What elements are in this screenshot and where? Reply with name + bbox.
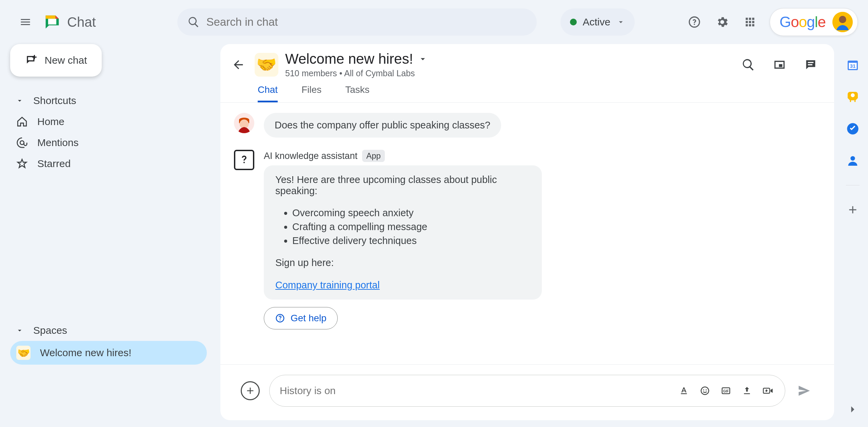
help-icon: [275, 313, 285, 323]
sidebar-item-mentions[interactable]: Mentions: [10, 132, 207, 153]
shortcuts-header[interactable]: Shortcuts: [10, 90, 207, 111]
attach-button[interactable]: [241, 381, 260, 400]
settings-button[interactable]: [714, 14, 730, 30]
sidebar-item-label: Starred: [37, 158, 71, 169]
menu-icon: [19, 16, 32, 28]
new-chat-icon: [25, 54, 38, 67]
apps-button[interactable]: [742, 14, 758, 30]
sidebar-item-home[interactable]: Home: [10, 111, 207, 132]
sidebar-item-starred[interactable]: Starred: [10, 153, 207, 174]
training-portal-link[interactable]: Company training portal: [275, 280, 380, 290]
user-avatar[interactable]: [832, 12, 853, 32]
svg-text:GIF: GIF: [723, 389, 729, 393]
rail-keep[interactable]: [845, 89, 860, 104]
tab-files[interactable]: Files: [301, 84, 321, 102]
format-button[interactable]: [677, 384, 691, 398]
search-input[interactable]: [206, 16, 527, 28]
chat-lines-icon: [804, 58, 817, 72]
status-dot-icon: [570, 19, 577, 25]
status-chip[interactable]: Active: [560, 8, 635, 36]
space-title: Welcome new hires!: [285, 51, 413, 67]
google-wordmark: Google: [780, 14, 826, 30]
send-button[interactable]: [795, 381, 814, 400]
sidebar-item-label: Home: [37, 116, 64, 127]
video-button[interactable]: [761, 384, 775, 398]
rail-calendar[interactable]: 31: [845, 58, 860, 73]
google-account-box[interactable]: Google: [770, 8, 858, 36]
space-tabs: Chat Files Tasks: [220, 78, 834, 103]
user-message-avatar: [234, 113, 254, 133]
app-name: Chat: [67, 15, 96, 30]
avatar-icon: [832, 12, 853, 32]
get-help-button[interactable]: Get help: [264, 307, 338, 329]
composer-input[interactable]: [280, 385, 670, 396]
svg-rect-0: [48, 19, 56, 24]
sidebar-item-label: Welcome new hires!: [40, 347, 132, 359]
search-icon: [742, 58, 755, 72]
main-menu-button[interactable]: [15, 12, 36, 32]
question-bubble-icon: [237, 152, 252, 167]
bot-intro-text: Yes! Here are three upcoming classes abo…: [275, 174, 530, 197]
chevron-down-icon: [616, 18, 625, 26]
new-chat-label: New chat: [44, 55, 87, 66]
back-button[interactable]: [229, 55, 248, 74]
svg-point-7: [701, 387, 709, 395]
sidebar-item-space[interactable]: 🤝 Welcome new hires!: [10, 341, 207, 365]
new-chat-button[interactable]: New chat: [10, 44, 102, 77]
tab-chat[interactable]: Chat: [258, 84, 278, 102]
space-subtitle: 510 members • All of Cymbal Labs: [285, 68, 428, 78]
main-panel: 🤝 Welcome new hires! 510 members • All o…: [220, 44, 834, 420]
search-bar[interactable]: [177, 8, 537, 36]
space-header: 🤝 Welcome new hires! 510 members • All o…: [220, 44, 834, 78]
gif-button[interactable]: GIF: [719, 384, 733, 398]
rail-add[interactable]: [845, 202, 860, 217]
keep-icon: [846, 90, 860, 104]
gear-icon: [715, 15, 729, 29]
svg-point-18: [850, 156, 855, 161]
arrow-left-icon: [232, 58, 245, 72]
svg-point-16: [851, 93, 855, 97]
shortcuts-label: Shortcuts: [33, 95, 76, 106]
bot-sender-name: AI knowledge assistant: [264, 151, 357, 161]
bot-signup-text: Sign up here:: [275, 257, 530, 268]
spaces-header[interactable]: Spaces: [10, 320, 207, 341]
pip-button[interactable]: [771, 57, 788, 73]
rail-collapse[interactable]: [845, 402, 860, 417]
upload-icon: [742, 386, 752, 396]
tab-tasks[interactable]: Tasks: [345, 84, 370, 102]
star-icon: [16, 158, 28, 169]
emoji-button[interactable]: [698, 384, 712, 398]
app-logo[interactable]: Chat: [42, 12, 96, 32]
chevron-right-icon: [847, 403, 859, 415]
gif-icon: GIF: [721, 386, 731, 396]
video-add-icon: [762, 386, 774, 396]
list-item: Overcoming speech anxiety: [292, 207, 530, 219]
bot-avatar: [234, 150, 254, 170]
main-content: 🤝 Welcome new hires! 510 members • All o…: [220, 44, 834, 420]
help-button[interactable]: [686, 14, 703, 30]
message-row-bot: AI knowledge assistant App Yes! Here are…: [234, 150, 821, 329]
space-header-actions: [740, 57, 819, 73]
send-icon: [797, 383, 812, 398]
help-icon: [688, 15, 701, 29]
person-icon: [846, 154, 860, 167]
status-label: Active: [583, 16, 611, 28]
space-title-button[interactable]: Welcome new hires!: [285, 51, 428, 67]
bot-message-bubble: Yes! Here are three upcoming classes abo…: [264, 165, 542, 300]
plus-icon: [847, 204, 859, 216]
bot-sender-line: AI knowledge assistant App: [264, 150, 542, 162]
rail-tasks[interactable]: [845, 121, 860, 136]
sidebar-item-label: Mentions: [37, 137, 79, 148]
message-row-user: Does the company offer public speaking c…: [234, 113, 821, 138]
composer[interactable]: GIF: [269, 375, 785, 407]
svg-point-9: [706, 389, 707, 390]
space-emoji-icon: 🤝: [255, 53, 278, 77]
svg-point-8: [703, 389, 704, 390]
topbar-actions: Google: [686, 8, 858, 36]
thread-panel-button[interactable]: [803, 57, 819, 73]
rail-contacts[interactable]: [845, 153, 860, 168]
upload-button[interactable]: [740, 384, 754, 398]
messages-area: Does the company offer public speaking c…: [220, 103, 834, 364]
svg-point-3: [839, 16, 846, 23]
search-in-space-button[interactable]: [740, 57, 756, 73]
